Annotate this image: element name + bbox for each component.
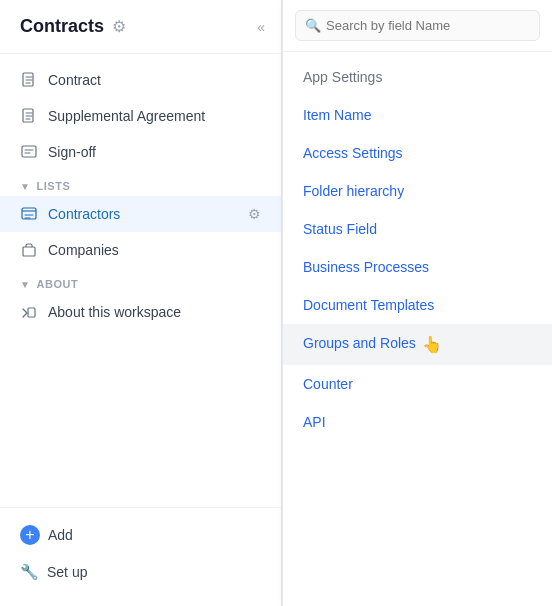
sidebar-item-signoff-label: Sign-off [48, 144, 96, 160]
dropdown-item-groups-and-roles[interactable]: Groups and Roles 👆 [283, 324, 552, 365]
svg-rect-2 [22, 146, 36, 157]
search-input[interactable] [295, 10, 540, 41]
sidebar-item-about-label: About this workspace [48, 304, 181, 320]
contractors-icon [20, 205, 38, 223]
companies-icon [20, 241, 38, 259]
sidebar-item-contract[interactable]: Contract [0, 62, 281, 98]
supplemental-icon [20, 107, 38, 125]
dropdown-menu: App Settings Item Name Access Settings F… [283, 52, 552, 447]
add-button[interactable]: + Add [0, 516, 281, 554]
sidebar-item-contractors[interactable]: Contractors ⚙ [0, 196, 281, 232]
add-label: Add [48, 527, 73, 543]
setup-button[interactable]: 🔧 Set up [0, 554, 281, 590]
dropdown-item-app-settings[interactable]: App Settings [283, 58, 552, 96]
search-container: 🔍 [283, 0, 552, 52]
wrench-icon: 🔧 [20, 563, 39, 581]
caret-icon: ▼ [20, 181, 30, 192]
sidebar-title-area: Contracts ⚙ [20, 16, 126, 37]
sidebar-settings-button[interactable]: ⚙ [112, 17, 126, 36]
lists-section-label: ▼ LISTS [0, 170, 281, 196]
chevron-left-icon: « [257, 19, 265, 35]
dropdown-item-item-name[interactable]: Item Name [283, 96, 552, 134]
sidebar-item-signoff[interactable]: Sign-off [0, 134, 281, 170]
dropdown-item-status-field[interactable]: Status Field [283, 210, 552, 248]
search-icon: 🔍 [305, 18, 321, 33]
dropdown-item-counter[interactable]: Counter [283, 365, 552, 403]
svg-rect-3 [22, 208, 36, 219]
gear-icon: ⚙ [112, 17, 126, 36]
about-caret-icon: ▼ [20, 279, 30, 290]
add-circle-icon: + [20, 525, 40, 545]
sidebar-item-contractors-label: Contractors [48, 206, 120, 222]
sidebar-item-companies-label: Companies [48, 242, 119, 258]
sidebar-footer: + Add 🔧 Set up [0, 507, 281, 606]
svg-rect-4 [23, 247, 35, 256]
about-icon [20, 303, 38, 321]
setup-label: Set up [47, 564, 87, 580]
svg-rect-5 [28, 308, 35, 317]
dropdown-item-api[interactable]: API [283, 403, 552, 441]
search-wrapper: 🔍 [295, 10, 540, 41]
dropdown-item-document-templates[interactable]: Document Templates [283, 286, 552, 324]
dropdown-panel: 🔍 App Settings Item Name Access Settings… [282, 0, 552, 606]
cursor-icon: 👆 [422, 335, 442, 354]
collapse-sidebar-button[interactable]: « [257, 19, 265, 35]
sidebar-item-companies[interactable]: Companies [0, 232, 281, 268]
sidebar-item-contract-label: Contract [48, 72, 101, 88]
sidebar-header: Contracts ⚙ « [0, 0, 281, 54]
dropdown-item-business-processes[interactable]: Business Processes [283, 248, 552, 286]
about-section-label: ▼ ABOUT [0, 268, 281, 294]
contractors-settings-icon[interactable]: ⚙ [248, 206, 261, 222]
dropdown-item-access-settings[interactable]: Access Settings [283, 134, 552, 172]
sidebar-title: Contracts [20, 16, 104, 37]
document-icon [20, 71, 38, 89]
sidebar-item-supplemental-agreement[interactable]: Supplemental Agreement [0, 98, 281, 134]
dropdown-item-folder-hierarchy[interactable]: Folder hierarchy [283, 172, 552, 210]
sidebar-item-about-workspace[interactable]: About this workspace [0, 294, 281, 330]
sidebar-nav: Contract Supplemental Agreement Sign-off [0, 54, 281, 507]
sidebar: Contracts ⚙ « Contract [0, 0, 282, 606]
signoff-icon [20, 143, 38, 161]
sidebar-item-supplemental-label: Supplemental Agreement [48, 108, 205, 124]
